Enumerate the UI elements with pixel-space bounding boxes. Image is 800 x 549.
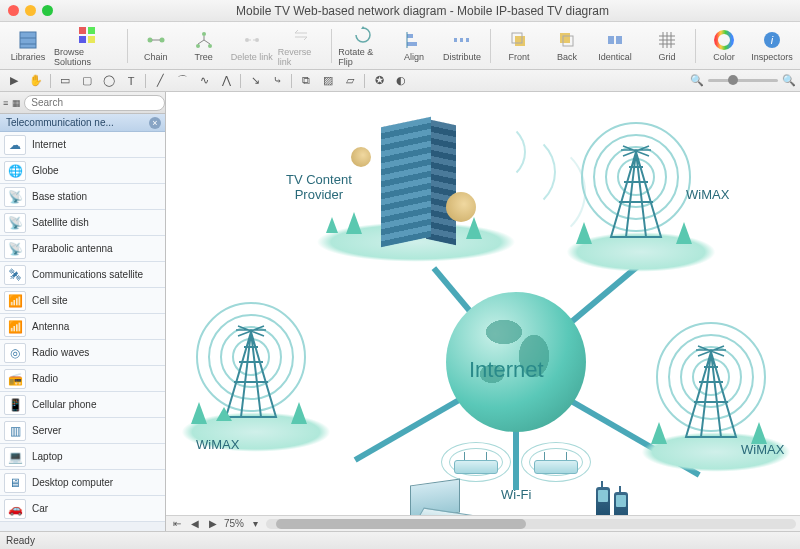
shape-thumb: 📱 (4, 395, 26, 415)
tower-icon (676, 342, 746, 442)
shape-item[interactable]: 📱Cellular phone (0, 392, 165, 418)
svg-rect-6 (88, 36, 95, 43)
crop-tool[interactable]: ⧉ (296, 72, 316, 90)
page-first-icon[interactable]: ⇤ (170, 518, 184, 529)
shape-label: Desktop computer (32, 477, 113, 488)
shape-item[interactable]: ▥Server (0, 418, 165, 444)
sidebar: ≡ ▦ 🔍 Telecommunication ne... × ☁Interne… (0, 92, 166, 531)
scrollbar-thumb[interactable] (276, 519, 526, 529)
shape-item[interactable]: 📻Radio (0, 366, 165, 392)
hand-tool[interactable]: ✋ (26, 72, 46, 90)
eyedrop-tool[interactable]: ◐ (391, 72, 411, 90)
close-category-icon[interactable]: × (149, 117, 161, 129)
shape-item[interactable]: 🌐Globe (0, 158, 165, 184)
svg-rect-19 (454, 38, 457, 42)
identical-button[interactable]: Identical (593, 24, 637, 68)
zoom-slider[interactable] (708, 79, 778, 82)
grid-button[interactable]: Grid (645, 24, 689, 68)
shape-label: Satellite dish (32, 217, 89, 228)
hscroll[interactable]: ⇤ ◀ ▶ 75% ▾ (166, 515, 800, 531)
shape-item[interactable]: ☁Internet (0, 132, 165, 158)
wimax-label-1: WiMAX (686, 187, 729, 202)
minimize-button[interactable] (25, 5, 36, 16)
inspectors-button[interactable]: iInspectors (750, 24, 794, 68)
shape-item[interactable]: 📡Satellite dish (0, 210, 165, 236)
roundrect-tool[interactable]: ▢ (77, 72, 97, 90)
svg-rect-5 (79, 36, 86, 43)
browse-button[interactable]: Browse Solutions (54, 24, 121, 68)
front-button[interactable]: Front (497, 24, 541, 68)
zoom-in-icon[interactable]: 🔍 (782, 74, 796, 87)
spline-tool[interactable]: ∿ (194, 72, 214, 90)
stamp-tool[interactable]: ✪ (369, 72, 389, 90)
scrollbar-track[interactable] (266, 519, 796, 529)
shape-item[interactable]: 💻Laptop (0, 444, 165, 470)
titlebar: Mobile TV Web-based network diagram - Mo… (0, 0, 800, 22)
shape-item[interactable]: 🚗Car (0, 496, 165, 522)
status-bar: Ready (0, 531, 800, 549)
zoom-value: 75% (224, 518, 244, 529)
delete-link-button[interactable]: Delete link (230, 24, 274, 68)
svg-rect-27 (616, 36, 622, 44)
distribute-button[interactable]: Distribute (440, 24, 484, 68)
tree-button[interactable]: Tree (182, 24, 226, 68)
line-tool[interactable]: ╱ (150, 72, 170, 90)
zoom-out-icon[interactable]: 🔍 (690, 74, 704, 87)
svg-point-7 (147, 37, 152, 42)
color-button[interactable]: Color (702, 24, 746, 68)
shape-thumb: 📡 (4, 239, 26, 259)
text-tool[interactable]: T (121, 72, 141, 90)
zoom-button[interactable] (42, 5, 53, 16)
search-input[interactable] (24, 95, 165, 111)
align-button[interactable]: Align (392, 24, 436, 68)
svg-rect-0 (20, 32, 36, 48)
rotate-flip-button[interactable]: Rotate & Flip (338, 24, 388, 68)
reverse-link-button[interactable]: Reverse link (278, 24, 326, 68)
rect-tool[interactable]: ▭ (55, 72, 75, 90)
polyline-tool[interactable]: ⋀ (216, 72, 236, 90)
shape-label: Globe (32, 165, 59, 176)
shape-thumb: 🌐 (4, 161, 26, 181)
list-view-icon[interactable]: ≡ (2, 94, 9, 112)
shape-item[interactable]: ◎Radio waves (0, 340, 165, 366)
tower-icon (601, 142, 671, 242)
canvas[interactable]: TV Content Provider Internet WiMAX WiMAX… (166, 92, 800, 515)
svg-rect-24 (560, 33, 570, 43)
category-header[interactable]: Telecommunication ne... × (0, 114, 165, 132)
page-next-icon[interactable]: ▶ (206, 518, 220, 529)
chain-button[interactable]: Chain (134, 24, 178, 68)
back-button[interactable]: Back (545, 24, 589, 68)
window-controls (8, 5, 53, 16)
fill-tool[interactable]: ▨ (318, 72, 338, 90)
shape-thumb: 📶 (4, 317, 26, 337)
smart-connector-tool[interactable]: ⤷ (267, 72, 287, 90)
router-icon (454, 452, 498, 474)
shape-label: Antenna (32, 321, 69, 332)
svg-point-13 (245, 38, 249, 42)
shape-thumb: ◎ (4, 343, 26, 363)
svg-rect-3 (79, 27, 86, 34)
ellipse-tool[interactable]: ◯ (99, 72, 119, 90)
zoom-dropdown-icon[interactable]: ▾ (248, 518, 262, 529)
shape-item[interactable]: 📶Cell site (0, 288, 165, 314)
shape-item[interactable]: 🛰Communications satellite (0, 262, 165, 288)
shape-item[interactable]: 📡Parabolic antenna (0, 236, 165, 262)
grid-view-icon[interactable]: ▦ (11, 94, 22, 112)
svg-rect-17 (407, 42, 417, 46)
shape-thumb: 📡 (4, 213, 26, 233)
connector-tool[interactable]: ↘ (245, 72, 265, 90)
page-prev-icon[interactable]: ◀ (188, 518, 202, 529)
pointer-tool[interactable]: ▶ (4, 72, 24, 90)
shape-label: Radio waves (32, 347, 89, 358)
zoom-control[interactable]: 🔍 🔍 (690, 74, 796, 87)
shape-item[interactable]: 🖥Desktop computer (0, 470, 165, 496)
stroke-tool[interactable]: ▱ (340, 72, 360, 90)
arc-tool[interactable]: ⌒ (172, 72, 192, 90)
phone-icon (596, 487, 610, 515)
shape-item[interactable]: 📶Antenna (0, 314, 165, 340)
shape-list: ☁Internet🌐Globe📡Base station📡Satellite d… (0, 132, 165, 531)
libraries-button[interactable]: Libraries (6, 24, 50, 68)
shape-item[interactable]: 📡Base station (0, 184, 165, 210)
close-button[interactable] (8, 5, 19, 16)
shape-thumb: 📡 (4, 187, 26, 207)
